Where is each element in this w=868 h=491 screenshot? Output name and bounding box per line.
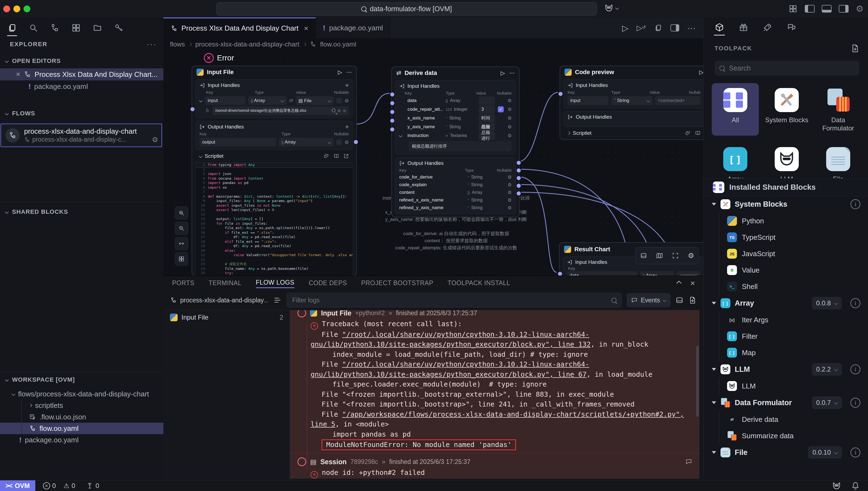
file-path-field[interactable]: /oomol-driver/oomol-storage/社会消费品零售总额.xl… — [212, 106, 349, 115]
toolpack-tile-all[interactable]: All — [712, 83, 759, 136]
derive-input-row[interactable]: y_axis_name"String总额⚙ — [399, 122, 512, 131]
export-log-icon[interactable] — [688, 296, 697, 304]
tree-item-flow-yaml[interactable]: flow.oo.yaml — [0, 423, 163, 434]
block-item-javascript[interactable]: JSJavaScript — [720, 246, 868, 262]
blocks-icon[interactable] — [70, 21, 83, 34]
input-port[interactable] — [190, 106, 195, 112]
search-icon[interactable] — [27, 21, 40, 34]
comment-icon[interactable] — [685, 458, 692, 465]
tree-item-scriptlets[interactable]: scriptlets — [0, 400, 163, 411]
block-item-summarize-data[interactable]: Summarize data — [720, 428, 868, 444]
workspace-header[interactable]: WORKSPACE [OVM] — [5, 376, 75, 383]
tree-item-flow-folder[interactable]: flows/process-xlsx-data-and-display-char… — [0, 388, 163, 400]
tab-flow[interactable]: Process Xlsx Data And Display Chart × — [163, 18, 316, 38]
block-item-shell[interactable]: >_Shell — [720, 278, 868, 295]
rerun-icon[interactable]: ▷↺ — [637, 24, 646, 32]
open-external-icon[interactable] — [343, 153, 349, 159]
node-code-preview[interactable]: Code preview ▷ Input Handles KeyTypeValu… — [560, 66, 703, 140]
block-group-data-formulator[interactable]: Data Formulator0.0.7i — [704, 394, 868, 411]
info-icon[interactable]: i — [850, 199, 860, 209]
info-icon[interactable]: i — [850, 398, 860, 408]
explorer-files-icon[interactable] — [5, 21, 19, 34]
run-flow-icon[interactable]: ▷ — [622, 23, 629, 33]
log-node-item[interactable]: Input File 2 — [163, 310, 290, 324]
log-outline-icon[interactable] — [273, 296, 281, 304]
expand-row-icon[interactable] — [199, 99, 203, 103]
toolpack-tab-icon[interactable] — [713, 21, 726, 33]
panel-tab-flow-logs[interactable]: FLOW LOGS — [256, 279, 294, 288]
derive-input-row[interactable]: x_axis_name"String时间⚙ — [399, 114, 512, 122]
log-scrollbar[interactable] — [696, 346, 699, 417]
chat-icon[interactable] — [786, 21, 798, 33]
node-input-file[interactable]: Input File ▷··· Input Handles+ KeyTypeVa… — [192, 66, 357, 276]
marketplace-gift-icon[interactable] — [737, 21, 750, 33]
info-icon[interactable]: i — [850, 447, 860, 457]
maximize-panel-icon[interactable] — [676, 281, 682, 286]
nullable-checkbox[interactable] — [336, 98, 342, 103]
deploy-rocket-icon[interactable] — [762, 21, 774, 33]
flow-settings-gear-icon[interactable]: ⚙ — [152, 136, 161, 144]
split-editor-icon[interactable] — [671, 24, 679, 31]
derive-output-row[interactable]: code_explain"String⚙ — [399, 181, 512, 189]
docs-icon[interactable] — [695, 130, 701, 136]
toggle-panel-icon[interactable] — [640, 252, 647, 259]
version-select[interactable]: 0.0.7 — [812, 397, 842, 409]
window-zoom-button[interactable] — [24, 5, 30, 12]
window-minimize-button[interactable] — [13, 5, 20, 12]
docs-icon[interactable] — [333, 153, 339, 159]
command-center[interactable]: data-formulator-flow [OVM] — [216, 2, 597, 16]
version-select[interactable]: 0.0.8 — [812, 297, 842, 310]
toolpack-tile-system-blocks[interactable]: System Blocks — [763, 83, 810, 136]
tab-package[interactable]: ! package.oo.yaml — [316, 18, 390, 38]
shared-blocks-header[interactable]: SHARED BLOCKS — [5, 208, 68, 215]
close-icon[interactable]: × — [16, 70, 20, 79]
grid-view-button[interactable] — [175, 252, 188, 265]
handle-key-field[interactable]: data — [567, 271, 637, 276]
toggle-left-sidebar-icon[interactable] — [805, 5, 815, 12]
add-file-icon[interactable]: ⊕ — [338, 109, 341, 113]
add-input-handle-icon[interactable]: + — [345, 82, 349, 89]
block-group-system-blocks[interactable]: System Blocksi — [704, 196, 868, 213]
zoom-out-button[interactable] — [175, 222, 188, 235]
add-output-handle-icon[interactable]: + — [345, 123, 349, 131]
derive-output-row[interactable]: refined_y_axis_name"String⚙ — [399, 204, 512, 211]
toolpack-tile-data-formulator[interactable]: Data Formulator — [815, 83, 862, 136]
close-panel-icon[interactable]: × — [690, 279, 695, 288]
panel-tab-project-bootstrap[interactable]: PROJECT BOOTSTRAP — [361, 280, 433, 288]
notifications-bell-icon[interactable] — [851, 482, 860, 490]
version-select[interactable]: 0.0.10 — [808, 446, 842, 459]
log-output[interactable]: Input File +python#2 » finished at 2025/… — [290, 310, 700, 479]
open-editor-item-flow[interactable]: × Process Xlsx Data And Display Chart... — [0, 68, 163, 80]
attach-icon[interactable] — [685, 130, 691, 136]
settings-gear-icon[interactable]: ⚙ — [856, 4, 864, 14]
handle-settings-icon[interactable]: ⚙ — [345, 98, 349, 104]
close-tab-icon[interactable]: × — [304, 24, 308, 33]
warnings-status[interactable]: ⚠0 — [63, 482, 75, 490]
minimap-icon[interactable] — [656, 252, 663, 259]
node-more-icon[interactable]: ··· — [509, 70, 515, 76]
filter-logs-input[interactable] — [292, 296, 611, 304]
handle-type-select[interactable]: [] Array — [640, 271, 674, 276]
derive-output-row[interactable]: refined_x_axis_name"String⚙ — [399, 196, 512, 204]
handle-key-field[interactable]: output — [199, 138, 276, 147]
run-node-icon[interactable]: ▷ — [700, 69, 703, 76]
ports-status[interactable]: 0 — [86, 482, 99, 490]
expand-scriptlet-icon[interactable] — [567, 131, 571, 135]
flow-branch-icon[interactable] — [48, 21, 61, 34]
handle-settings-icon[interactable]: ⚙ — [345, 139, 349, 145]
block-item-derive-data[interactable]: ⇄Derive data — [720, 411, 868, 428]
open-editors-header[interactable]: OPEN EDITORS — [5, 57, 61, 64]
tree-item-package-yaml[interactable]: ! package.oo.yaml — [0, 434, 163, 445]
instruction-textarea[interactable]: 根据总额进行排序 — [409, 141, 512, 151]
block-item-filter[interactable]: [ ]Filter — [720, 328, 868, 344]
flow-canvas[interactable]: ✕ Error Input File ▷··· Input Handles+ K… — [163, 49, 703, 276]
more-actions-icon[interactable]: ··· — [687, 23, 696, 32]
fox-icon[interactable] — [832, 481, 841, 490]
block-group-llm[interactable]: LLM0.2.2i — [704, 361, 868, 378]
remove-file-icon[interactable]: ⊖ — [343, 109, 346, 113]
node-derive-data[interactable]: ⇄ Derive data ▷··· Input Handles KeyType… — [391, 66, 520, 217]
derive-input-row[interactable]: code_repair_att...123Integer3✓⚙ — [399, 105, 512, 114]
derive-input-row[interactable]: data[]Array⚙ — [399, 96, 512, 105]
block-item-value[interactable]: ≣Value — [720, 262, 868, 278]
nullable-checkbox[interactable] — [336, 139, 342, 145]
